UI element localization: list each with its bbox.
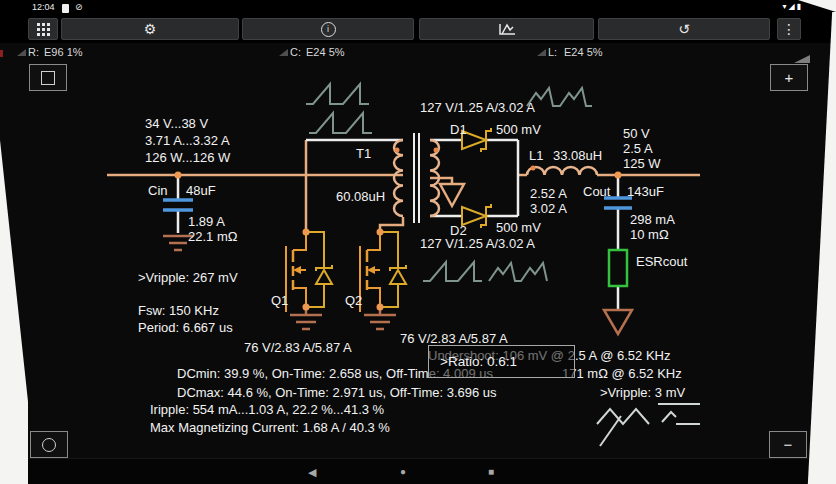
- output-current: 2.5 A: [623, 141, 661, 156]
- zoom-in-button[interactable]: +: [770, 64, 808, 91]
- corner-mark-icon: [537, 49, 546, 56]
- circle-tool-icon: [42, 438, 56, 452]
- zoom-out-button[interactable]: −: [769, 431, 807, 458]
- esrcout-label[interactable]: ESRcout: [636, 254, 687, 270]
- capacitor-series-value[interactable]: E24 5%: [306, 46, 345, 58]
- overflow-menu-button[interactable]: ⋮: [777, 18, 801, 40]
- edge-marker: [0, 50, 3, 57]
- t1-label[interactable]: T1: [356, 146, 371, 162]
- max-magnetizing-stats: Max Magnetizing Current: 1.68 A / 40.3 %: [150, 420, 390, 436]
- diode-current-waveform-icon: [489, 263, 547, 281]
- status-bar: 12:04 ⊘ ▾◢▮: [0, 0, 836, 16]
- inductor-series-label[interactable]: L:: [548, 46, 557, 58]
- resistor-esrcout[interactable]: [604, 250, 632, 334]
- center-tap-ground-icon: [440, 184, 464, 206]
- dcmax-stats: DCmax: 44.6 %, On-Time: 2.971 us, Off-Ti…: [177, 385, 497, 401]
- sdcard-icon: [62, 4, 69, 13]
- period-value: Period: 6.667 us: [138, 320, 233, 336]
- iripple-stats: Iripple: 554 mA...1.03 A, 22.2 %...41.3 …: [150, 402, 384, 418]
- esr-limit-value: 171 mΩ @ 6.52 KHz: [562, 366, 682, 382]
- body-diode-icon: [306, 232, 332, 307]
- resistor-series-value[interactable]: E96 1%: [44, 46, 83, 58]
- ratio-param-box[interactable]: >Ratio: 0.6:1: [428, 345, 575, 378]
- transformer-t1[interactable]: [394, 133, 464, 223]
- corner-mark-icon: [279, 49, 288, 56]
- mosfet-q1[interactable]: [286, 232, 332, 329]
- cout-ripple: 298 mA: [630, 212, 675, 228]
- d1-vf: 500 mV: [496, 122, 541, 138]
- back-icon[interactable]: ◀: [308, 465, 316, 479]
- primary-current-waveform-icon: [306, 84, 369, 104]
- diode-current-waveform-icon: [423, 262, 482, 281]
- l1-label[interactable]: L1: [529, 148, 543, 164]
- cin-label[interactable]: Cin: [148, 183, 168, 199]
- kebab-menu-icon: ⋮: [782, 22, 796, 36]
- undo-icon: ↺: [678, 22, 690, 36]
- capacitor-series-label[interactable]: C:: [290, 46, 301, 58]
- data-saver-icon: ⊘: [75, 2, 83, 12]
- schematic-canvas[interactable]: + − 34 V...38 V 3.71 A...3.32 A 126 W...…: [0, 62, 836, 458]
- resistor-series-label[interactable]: R:: [28, 46, 39, 58]
- components-grid-button[interactable]: [28, 18, 58, 40]
- graph-icon: [497, 21, 517, 37]
- info-icon: i: [321, 22, 336, 37]
- d2-rating: 127 V/1.25 A/3.02 A: [420, 236, 535, 252]
- fsw-param[interactable]: Fsw: 150 KHz: [138, 303, 219, 319]
- body-diode-icon: [380, 232, 406, 307]
- inductor-series-value[interactable]: E24 5%: [564, 46, 603, 58]
- output-power: 125 W: [623, 156, 661, 171]
- signal-wires: [178, 140, 618, 310]
- cin-esr: 22.1 mΩ: [188, 229, 237, 245]
- d2-vf: 500 mV: [496, 220, 541, 236]
- input-voltage: 34 V...38 V: [145, 115, 230, 132]
- gear-icon: ⚙: [144, 22, 157, 36]
- ground-icon: [290, 307, 322, 329]
- ground-icon: [364, 307, 396, 329]
- l1-value[interactable]: 33.08uH: [553, 148, 602, 164]
- output-voltage: 50 V: [623, 126, 661, 141]
- grid-icon: [37, 23, 50, 36]
- recents-icon[interactable]: ■: [488, 465, 494, 479]
- mosfet-q2[interactable]: [360, 232, 406, 329]
- secondary-current-waveform-icon: [527, 88, 592, 106]
- output-ripple-waveform-icon: [597, 409, 649, 424]
- cin-ripple: 1.89 A: [188, 214, 225, 230]
- cin-value[interactable]: 48uF: [186, 183, 216, 199]
- select-tool-button[interactable]: [29, 64, 67, 91]
- vripple-out-param[interactable]: >Vripple: 3 mV: [600, 385, 685, 401]
- input-current: 3.71 A...3.32 A: [145, 132, 230, 149]
- ground-arrow-icon: [604, 310, 632, 334]
- vripple-in-param[interactable]: >Vripple: 267 mV: [138, 270, 238, 286]
- l1-imax: 3.02 A: [530, 201, 567, 217]
- cout-esr: 10 mΩ: [630, 227, 669, 243]
- probe-tool-button[interactable]: [30, 431, 68, 458]
- clock: 12:04: [32, 2, 55, 12]
- series-selector-row: R: E96 1% C: E24 5% L: E24 5%: [0, 43, 836, 62]
- q1-label[interactable]: Q1: [271, 293, 288, 309]
- plus-icon: +: [785, 70, 794, 85]
- l1-imin: 2.52 A: [530, 186, 567, 202]
- d1-label[interactable]: D1: [450, 122, 467, 138]
- t1-inductance[interactable]: 60.08uH: [336, 189, 385, 205]
- android-nav-bar: ◀ ● ■: [0, 458, 836, 484]
- home-icon[interactable]: ●: [400, 465, 406, 479]
- q2-label[interactable]: Q2: [345, 293, 362, 309]
- cout-value[interactable]: 143uF: [627, 184, 664, 200]
- status-icons: ▾◢▮: [782, 2, 803, 11]
- cout-label[interactable]: Cout: [583, 184, 610, 200]
- inductor-l1[interactable]: [527, 166, 597, 176]
- square-select-icon: [41, 71, 55, 85]
- settings-button[interactable]: ⚙: [61, 18, 239, 40]
- info-button[interactable]: i: [242, 18, 414, 40]
- switch-stress-q1: 76 V/2.83 A/5.87 A: [244, 340, 352, 356]
- d1-rating: 127 V/1.25 A/3.02 A: [420, 100, 535, 116]
- corner-mark-icon: [17, 49, 26, 56]
- primary-current-waveform-icon: [309, 113, 372, 133]
- minus-icon: −: [784, 437, 793, 452]
- output-spec[interactable]: 50 V 2.5 A 125 W: [623, 126, 661, 171]
- toolbar: ⚙ i ↺ ⋮: [0, 16, 836, 43]
- reset-button[interactable]: ↺: [598, 18, 770, 40]
- input-spec[interactable]: 34 V...38 V 3.71 A...3.32 A 126 W...126 …: [145, 115, 230, 166]
- ratio-value: >Ratio: 0.6:1: [440, 354, 517, 369]
- graph-button[interactable]: [419, 18, 594, 40]
